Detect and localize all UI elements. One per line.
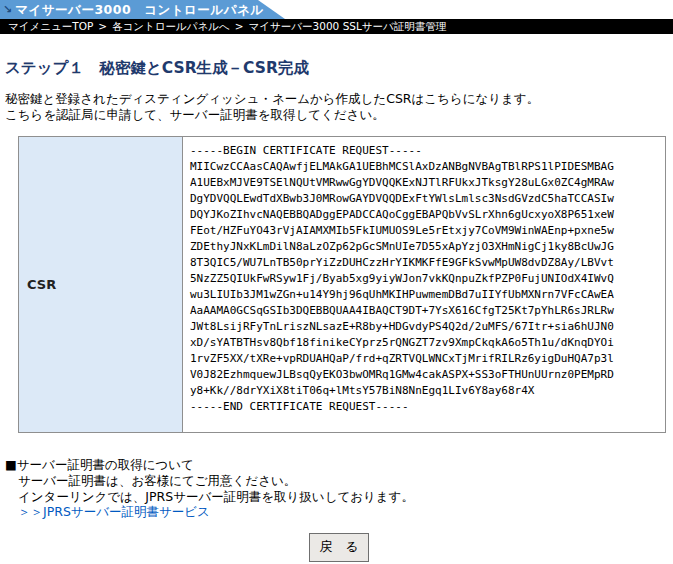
breadcrumb-item-mymenu-top[interactable]: マイメニューTOP: [8, 19, 93, 34]
notes-line: サーバー証明書は、お客様にてご用意ください。: [5, 473, 673, 489]
page-title: ステップ１ 秘密鍵とCSR生成－CSR完成: [5, 58, 673, 79]
app-banner: ↘ マイサーバー3000 コントロールパネル: [0, 0, 673, 19]
csr-certificate-request-text[interactable]: -----BEGIN CERTIFICATE REQUEST----- MIIC…: [190, 143, 659, 415]
notes-heading: ■サーバー証明書の取得について: [5, 457, 673, 473]
breadcrumb-separator: >: [235, 19, 244, 34]
breadcrumb-separator: >: [98, 19, 107, 34]
main-content: ステップ１ 秘密鍵とCSR生成－CSR完成 秘密鍵と登録されたディスティングィッ…: [0, 58, 673, 562]
csr-value-cell: -----BEGIN CERTIFICATE REQUEST----- MIIC…: [183, 137, 666, 433]
page-description: 秘密鍵と登録されたディスティングィッシュ・ネームから作成したCSRはこちらになり…: [5, 91, 673, 122]
app-title: マイサーバー3000 コントロールパネル: [15, 0, 263, 19]
csr-table: CSR -----BEGIN CERTIFICATE REQUEST----- …: [18, 136, 666, 433]
breadcrumb-item-current: マイサーバー3000 SSLサーバ証明書管理: [249, 19, 447, 34]
jprs-service-link[interactable]: ＞＞JPRSサーバー証明書サービス: [18, 504, 210, 519]
breadcrumb: マイメニューTOP > 各コントロールパネルへ > マイサーバー3000 SSL…: [0, 19, 673, 34]
csr-label-cell: CSR: [19, 137, 183, 433]
button-row: 戻 る: [5, 533, 673, 562]
breadcrumb-item-control-panels[interactable]: 各コントロールパネルへ: [112, 19, 230, 34]
table-row: CSR -----BEGIN CERTIFICATE REQUEST----- …: [19, 137, 666, 433]
notes-line: インターリンクでは、JPRSサーバー証明書を取り扱いしております。: [5, 489, 673, 505]
certificate-notes: ■サーバー証明書の取得について サーバー証明書は、お客様にてご用意ください。 イ…: [5, 457, 673, 520]
description-line: こちらを認証局に申請して、サーバー証明書を取得してください。: [5, 107, 673, 123]
arrow-down-right-icon: ↘: [3, 0, 12, 19]
back-button[interactable]: 戻 る: [309, 533, 368, 562]
description-line: 秘密鍵と登録されたディスティングィッシュ・ネームから作成したCSRはこちらになり…: [5, 91, 673, 107]
